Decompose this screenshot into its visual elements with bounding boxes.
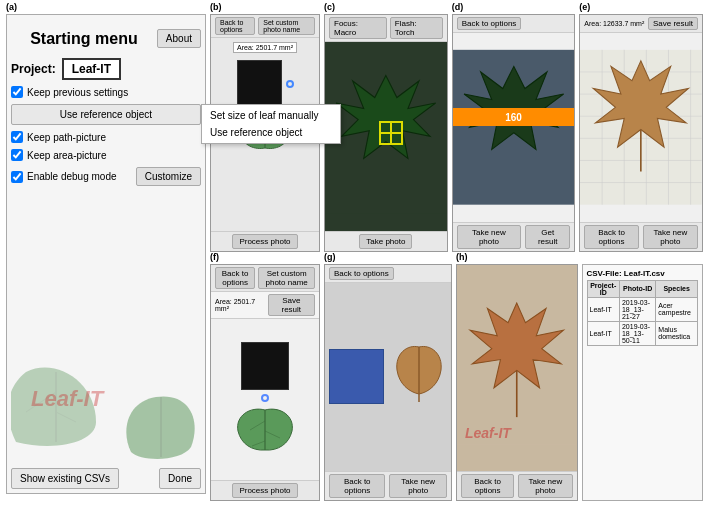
f-back-btn[interactable]: Back to options bbox=[215, 267, 255, 289]
project-value[interactable]: Leaf-IT bbox=[62, 58, 121, 80]
label-e: (e) bbox=[579, 2, 590, 12]
focus-label: Focus: Macro bbox=[329, 17, 387, 39]
f-circle-ref bbox=[261, 394, 269, 402]
keep-area-checkbox[interactable] bbox=[11, 149, 23, 161]
take-photo-btn[interactable]: Take photo bbox=[359, 234, 412, 249]
starting-menu-title: Starting menu bbox=[11, 30, 157, 48]
orange-slider-bar[interactable]: 160 bbox=[453, 108, 575, 126]
d-leaf bbox=[453, 33, 575, 222]
g-take-new-btn[interactable]: Take new photo bbox=[389, 474, 447, 498]
e-save-btn[interactable]: Save result bbox=[648, 17, 698, 30]
use-reference-button[interactable]: Use reference object bbox=[11, 104, 201, 125]
g-leaf bbox=[392, 342, 447, 412]
e-back-btn[interactable]: Back to options bbox=[584, 225, 638, 249]
h-back-btn[interactable]: Back to options bbox=[461, 474, 514, 498]
leaf-bg-right bbox=[116, 392, 201, 462]
black-square bbox=[237, 60, 282, 105]
f-process-btn[interactable]: Process photo bbox=[232, 483, 297, 498]
process-photo-btn[interactable]: Process photo bbox=[232, 234, 297, 249]
f-leaf bbox=[230, 406, 300, 456]
g-back-btn[interactable]: Back to options bbox=[329, 267, 394, 280]
csv-title: CSV-File: Leaf-IT.csv bbox=[587, 269, 699, 278]
done-button[interactable]: Done bbox=[159, 468, 201, 489]
h-leaf-it-watermark: Leaf-IT bbox=[465, 425, 511, 441]
flash-label: Flash: Torch bbox=[390, 17, 443, 39]
label-d: (d) bbox=[452, 2, 464, 12]
blue-circle-ref bbox=[286, 80, 294, 88]
g-blue-square bbox=[329, 349, 384, 404]
e-leaf bbox=[580, 33, 702, 222]
use-reference-item[interactable]: Use reference object bbox=[202, 124, 340, 141]
e-area-value: Area: 12633.7 mm² bbox=[584, 20, 644, 27]
csv-row-1: Leaf-IT 2019-03-18_13-21-27 Acer campest… bbox=[587, 297, 698, 321]
keep-path-checkbox[interactable] bbox=[11, 131, 23, 143]
e-take-new-btn[interactable]: Take new photo bbox=[643, 225, 698, 249]
csv-row-2: Leaf-IT 2019-03-18_13-50-11 Malus domest… bbox=[587, 321, 698, 345]
label-g: (g) bbox=[324, 252, 336, 262]
enable-debug-label: Enable debug mode bbox=[27, 171, 117, 182]
keep-previous-label: Keep previous settings bbox=[27, 87, 128, 98]
f-name-btn[interactable]: Set custom photo name bbox=[258, 267, 315, 289]
csv-col-species: Species bbox=[656, 280, 698, 297]
about-button[interactable]: About bbox=[157, 29, 201, 48]
f-save-btn[interactable]: Save result bbox=[268, 294, 316, 316]
g-back-btn2[interactable]: Back to options bbox=[329, 474, 385, 498]
d-back-btn[interactable]: Back to options bbox=[457, 17, 522, 30]
panel-b-name-btn[interactable]: Set custom photo name bbox=[258, 17, 315, 35]
f-black-square bbox=[241, 342, 289, 390]
d-get-result-btn[interactable]: Get result bbox=[525, 225, 570, 249]
csv-table: Project-ID Photo-ID Species Leaf-IT 2019… bbox=[587, 280, 699, 346]
keep-area-label: Keep area-picture bbox=[27, 150, 107, 161]
project-label: Project: bbox=[11, 62, 56, 76]
enable-debug-checkbox[interactable] bbox=[11, 171, 23, 183]
panel-b-back-btn[interactable]: Back to options bbox=[215, 17, 255, 35]
slider-value: 160 bbox=[505, 112, 522, 123]
keep-path-label: Keep path-picture bbox=[27, 132, 106, 143]
keep-previous-checkbox[interactable] bbox=[11, 86, 23, 98]
label-b: (b) bbox=[210, 2, 222, 12]
h-take-new-btn[interactable]: Take new photo bbox=[518, 474, 572, 498]
label-h: (h) bbox=[456, 252, 468, 262]
show-csvs-button[interactable]: Show existing CSVs bbox=[11, 468, 119, 489]
csv-col-photo: Photo-ID bbox=[619, 280, 655, 297]
label-c: (c) bbox=[324, 2, 335, 12]
leaf-it-watermark: Leaf-IT bbox=[31, 386, 103, 412]
label-a: (a) bbox=[6, 2, 17, 12]
customize-button[interactable]: Customize bbox=[136, 167, 201, 186]
csv-col-project: Project-ID bbox=[587, 280, 619, 297]
f-area-value: Area: 2501.7 mm² bbox=[215, 298, 268, 312]
crosshair-circle bbox=[379, 121, 403, 145]
d-take-new-btn[interactable]: Take new photo bbox=[457, 225, 521, 249]
label-f: (f) bbox=[210, 252, 219, 262]
set-size-manually-item[interactable]: Set size of leaf manually bbox=[202, 107, 340, 124]
